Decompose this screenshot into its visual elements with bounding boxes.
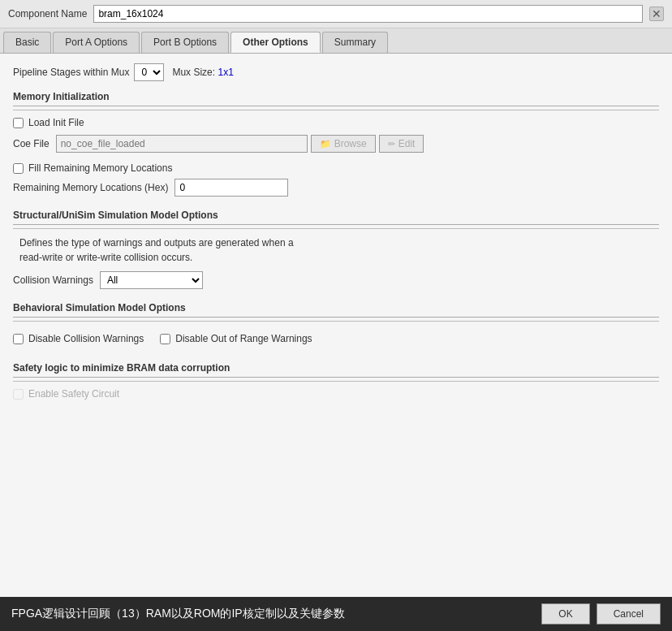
structural-sim-section-header: Structural/UniSim Simulation Model Optio… [13, 210, 659, 225]
load-init-label: Load Init File [28, 117, 84, 128]
pipeline-stages-select[interactable]: 0 1 2 [134, 63, 164, 81]
ok-button[interactable]: OK [541, 603, 589, 625]
close-button[interactable]: ✕ [649, 6, 664, 21]
browse-button[interactable]: 📁 Browse [311, 135, 376, 153]
behavioral-checkboxes-row: Disable Collision Warnings Disable Out o… [13, 328, 659, 349]
collision-warnings-label: Collision Warnings [13, 274, 93, 286]
disable-collision-row: Disable Collision Warnings [13, 333, 144, 344]
title-bar: Component Name ✕ [0, 0, 672, 28]
load-init-checkbox[interactable] [13, 118, 24, 128]
fill-remaining-row: Fill Remaining Memory Locations [13, 162, 659, 174]
edit-button[interactable]: ✏ Edit [379, 135, 424, 153]
memory-init-section-header: Memory Initialization [13, 91, 659, 106]
remaining-hex-label: Remaining Memory Locations (Hex) [13, 182, 168, 193]
enable-safety-row: Enable Safety Circuit [13, 388, 659, 400]
collision-description: Defines the type of warnings and outputs… [19, 236, 659, 265]
disable-collision-checkbox[interactable] [13, 334, 24, 344]
status-bar: FPGA逻辑设计回顾（13）RAM以及ROM的IP核定制以及关键参数 OK Ca… [0, 597, 672, 631]
tab-other-options[interactable]: Other Options [230, 32, 321, 53]
fill-remaining-label: Fill Remaining Memory Locations [28, 162, 172, 174]
tab-summary[interactable]: Summary [322, 32, 388, 53]
enable-safety-label: Enable Safety Circuit [28, 388, 119, 400]
safety-logic-divider [13, 381, 659, 382]
browse-icon: 📁 [320, 139, 331, 149]
coe-file-label: Coe File [13, 138, 50, 149]
enable-safety-checkbox[interactable] [13, 389, 24, 400]
pipeline-stages-row: Pipeline Stages within Mux 0 1 2 Mux Siz… [13, 63, 659, 81]
bottom-buttons: OK Cancel [541, 603, 661, 625]
status-text: FPGA逻辑设计回顾（13）RAM以及ROM的IP核定制以及关键参数 [11, 607, 345, 621]
content-area: Pipeline Stages within Mux 0 1 2 Mux Siz… [0, 54, 672, 597]
collision-warnings-select[interactable]: All Warning_Only Generate_X_Only None [100, 271, 203, 289]
coe-file-input[interactable] [56, 135, 308, 153]
collision-warnings-row: Collision Warnings All Warning_Only Gene… [13, 271, 659, 289]
memory-init-divider [13, 110, 659, 110]
component-name-label: Component Name [8, 8, 87, 19]
remaining-hex-row: Remaining Memory Locations (Hex) [13, 179, 659, 197]
structural-sim-divider [13, 228, 659, 229]
disable-out-of-range-row: Disable Out of Range Warnings [160, 333, 312, 344]
disable-out-of-range-label: Disable Out of Range Warnings [175, 333, 312, 344]
load-init-row: Load Init File [13, 117, 659, 128]
mux-size-text: Mux Size: 1x1 [172, 67, 233, 78]
edit-icon: ✏ [388, 139, 395, 149]
safety-logic-section-header: Safety logic to minimize BRAM data corru… [13, 362, 659, 378]
behavioral-sim-section-header: Behavioral Simulation Model Options [13, 302, 659, 318]
tab-basic[interactable]: Basic [3, 32, 51, 53]
tab-port-b[interactable]: Port B Options [141, 32, 229, 53]
tab-bar: Basic Port A Options Port B Options Othe… [0, 28, 672, 54]
disable-out-of-range-checkbox[interactable] [160, 334, 170, 344]
behavioral-sim-divider [13, 321, 659, 322]
fill-remaining-checkbox[interactable] [13, 163, 24, 174]
coe-file-row: Coe File 📁 Browse ✏ Edit [13, 135, 659, 153]
tab-port-a[interactable]: Port A Options [53, 32, 140, 53]
disable-collision-label: Disable Collision Warnings [28, 333, 144, 344]
remaining-hex-input[interactable] [174, 179, 288, 197]
mux-size-link[interactable]: 1x1 [218, 67, 233, 78]
pipeline-stages-label: Pipeline Stages within Mux [13, 67, 129, 78]
dialog: Component Name ✕ Basic Port A Options Po… [0, 0, 672, 631]
cancel-button[interactable]: Cancel [597, 603, 661, 625]
component-name-input[interactable] [93, 5, 643, 23]
